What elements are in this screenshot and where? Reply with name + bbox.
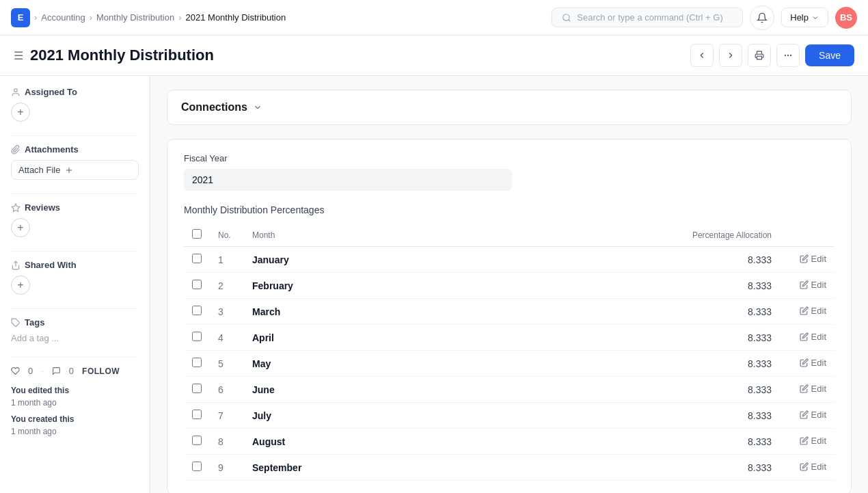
connections-section: Connections [167, 90, 852, 125]
breadcrumb-monthly-distribution[interactable]: Monthly Distribution [96, 12, 174, 23]
table-row: 5 May 8.333 Edit [184, 351, 835, 377]
row-checkbox[interactable] [192, 306, 202, 315]
connections-header[interactable]: Connections [181, 101, 837, 114]
heart-icon [11, 367, 20, 375]
breadcrumb-accounting[interactable]: Accounting [41, 12, 85, 23]
row-month: August [244, 429, 462, 455]
row-number: 5 [210, 351, 244, 377]
row-pct: 8.333 [462, 273, 780, 299]
breadcrumb-current: 2021 Monthly Distribution [186, 12, 286, 23]
search-placeholder: Search or type a command (Ctrl + G) [577, 12, 723, 23]
edit-button[interactable]: Edit [800, 410, 826, 420]
edit-button[interactable]: Edit [800, 280, 826, 290]
row-pct: 8.333 [462, 429, 780, 455]
save-button[interactable]: Save [805, 44, 854, 66]
sep1: › [34, 12, 37, 23]
shared-with-label: Shared With [25, 260, 77, 270]
row-checkbox[interactable] [192, 436, 202, 445]
page-header-left: ☰ 2021 Monthly Distribution [14, 46, 214, 64]
table-row: 7 July 8.333 Edit [184, 403, 835, 429]
row-edit-cell: Edit [780, 429, 835, 455]
row-checkbox[interactable] [192, 280, 202, 289]
row-number: 8 [210, 429, 244, 455]
sep2: › [90, 12, 92, 23]
select-all-checkbox[interactable] [192, 229, 202, 239]
app-icon[interactable]: E [11, 8, 30, 27]
pencil-icon [800, 384, 809, 393]
row-checkbox[interactable] [192, 254, 202, 263]
add-shared-button[interactable]: + [11, 276, 30, 295]
row-checkbox-cell [184, 455, 210, 481]
row-number: 9 [210, 455, 244, 481]
print-button[interactable] [748, 44, 771, 67]
table-row: 6 June 8.333 Edit [184, 377, 835, 403]
row-month: January [244, 247, 462, 273]
attachments-title: Attachments [11, 144, 139, 155]
row-number: 3 [210, 299, 244, 325]
add-tag-input[interactable]: Add a tag ... [11, 333, 139, 343]
prev-button[interactable] [690, 44, 714, 67]
header-actions [780, 224, 835, 247]
help-button[interactable]: Help [781, 8, 828, 27]
menu-icon[interactable]: ☰ [14, 49, 23, 62]
row-checkbox[interactable] [192, 384, 202, 393]
follow-button[interactable]: FOLLOW [82, 367, 120, 376]
pencil-icon [800, 254, 809, 263]
edit-button[interactable]: Edit [800, 254, 826, 264]
row-checkbox-cell [184, 299, 210, 325]
reviews-label: Reviews [25, 202, 60, 213]
row-number: 6 [210, 377, 244, 403]
table-section-title: Monthly Distribution Percentages [184, 204, 835, 215]
row-checkbox[interactable] [192, 332, 202, 341]
edit-button[interactable]: Edit [800, 306, 826, 316]
svg-rect-1 [757, 56, 762, 59]
header-month: Month [244, 224, 462, 247]
table-row: 9 September 8.333 Edit [184, 455, 835, 481]
pencil-icon [800, 358, 809, 367]
edit-button[interactable]: Edit [800, 436, 826, 446]
row-edit-cell: Edit [780, 273, 835, 299]
edit-button[interactable]: Edit [800, 384, 826, 394]
notification-button[interactable] [750, 5, 774, 30]
plus-icon [64, 165, 74, 175]
table-header: No. Month Percentage Allocation [184, 224, 835, 247]
row-checkbox-cell [184, 325, 210, 351]
avatar[interactable]: BS [835, 7, 857, 29]
pencil-icon [800, 306, 809, 315]
row-edit-cell: Edit [780, 325, 835, 351]
table-row: 1 January 8.333 Edit [184, 247, 835, 273]
main-content: Connections Fiscal Year 2021 Monthly Dis… [150, 76, 868, 493]
row-month: July [244, 403, 462, 429]
divider2 [11, 194, 139, 194]
tags-label: Tags [25, 317, 44, 328]
row-checkbox[interactable] [192, 358, 202, 367]
row-number: 2 [210, 273, 244, 299]
edit-button[interactable]: Edit [800, 358, 826, 368]
fiscal-year-label: Fiscal Year [184, 153, 835, 163]
comments-count: 0 [69, 366, 74, 376]
attach-file-button[interactable]: Attach File [11, 160, 139, 180]
attachments-section: Attachments Attach File [11, 144, 139, 180]
more-button[interactable] [776, 44, 800, 67]
row-pct: 8.333 [462, 325, 780, 351]
row-checkbox[interactable] [192, 462, 202, 471]
edit-button[interactable]: Edit [800, 332, 826, 342]
person-icon [11, 88, 21, 97]
header-checkbox-cell [184, 224, 210, 247]
svg-point-2 [785, 55, 785, 55]
row-pct: 8.333 [462, 299, 780, 325]
pencil-icon [800, 280, 809, 289]
search-bar[interactable]: Search or type a command (Ctrl + G) [552, 8, 743, 27]
row-pct: 8.333 [462, 247, 780, 273]
add-review-button[interactable]: + [11, 218, 30, 237]
top-nav: E › Accounting › Monthly Distribution › … [0, 0, 868, 36]
add-assigned-button[interactable]: + [11, 103, 30, 122]
edit-button[interactable]: Edit [800, 462, 826, 472]
row-checkbox[interactable] [192, 410, 202, 419]
table-body: 1 January 8.333 Edit 2 February 8.333 Ed… [184, 247, 835, 481]
row-number: 4 [210, 325, 244, 351]
table-row: 3 March 8.333 Edit [184, 299, 835, 325]
activity-item: You edited this1 month ago [11, 384, 139, 409]
row-edit-cell: Edit [780, 403, 835, 429]
next-button[interactable] [719, 44, 742, 67]
